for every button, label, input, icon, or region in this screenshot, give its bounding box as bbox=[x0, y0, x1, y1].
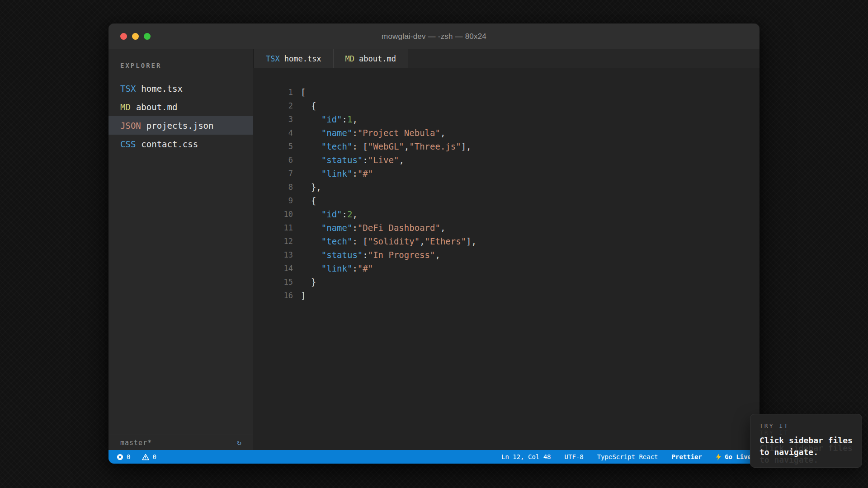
line-number: 9 bbox=[253, 194, 293, 207]
sidebar-footer: master* ↻ bbox=[108, 435, 253, 450]
problems-warnings[interactable]: 0 bbox=[142, 453, 156, 460]
file-list: TSXhome.tsxMDabout.mdJSONprojects.jsonCS… bbox=[108, 79, 253, 153]
tab-bar: TSXhome.tsxMDabout.md bbox=[253, 49, 760, 68]
editor-window: mowglai-dev — -zsh — 80x24 EXPLORER TSXh… bbox=[108, 23, 760, 464]
line-number: 14 bbox=[253, 262, 293, 275]
status-label: Go Live bbox=[725, 453, 751, 460]
try-it-tooltip: TRY IT Click sidebar files to navigate. bbox=[750, 414, 862, 468]
code-line: 1[ bbox=[253, 85, 760, 99]
error-count: 0 bbox=[127, 453, 130, 460]
status-bar-right: Ln 12, Col 48UTF-8TypeScript ReactPretti… bbox=[488, 453, 751, 460]
file-type-badge: MD bbox=[345, 54, 354, 63]
line-number: 15 bbox=[253, 275, 293, 289]
lightning-icon bbox=[716, 453, 722, 460]
code-line: 12 "tech": ["Solidity","Ethers"], bbox=[253, 235, 760, 248]
warning-triangle-icon bbox=[142, 454, 149, 460]
status-ln-12-col-48[interactable]: Ln 12, Col 48 bbox=[501, 453, 551, 460]
code-text: { bbox=[293, 99, 316, 113]
line-number: 11 bbox=[253, 221, 293, 235]
maximize-window-button[interactable] bbox=[144, 33, 151, 40]
sidebar-item-contact.css[interactable]: CSScontact.css bbox=[108, 135, 253, 153]
file-type-badge: TSX bbox=[266, 54, 280, 63]
code-line: 4 "name":"Project Nebula", bbox=[253, 126, 760, 140]
editor-pane: TSXhome.tsxMDabout.md 1[2 {3 "id":1,4 "n… bbox=[253, 49, 760, 450]
line-number: 12 bbox=[253, 235, 293, 248]
code-line: 6 "status":"Live", bbox=[253, 153, 760, 167]
code-text: [ bbox=[293, 85, 306, 99]
code-line: 11 "name":"DeFi Dashboard", bbox=[253, 221, 760, 235]
file-type-badge: TSX bbox=[120, 84, 136, 94]
file-type-badge: CSS bbox=[120, 139, 136, 149]
status-label: UTF-8 bbox=[565, 453, 584, 460]
line-number: 8 bbox=[253, 180, 293, 194]
code-line: 16] bbox=[253, 289, 760, 302]
file-type-badge: MD bbox=[120, 102, 131, 112]
code-text: "name":"Project Nebula", bbox=[293, 126, 445, 140]
traffic-lights bbox=[120, 23, 151, 49]
file-name: about.md bbox=[136, 102, 178, 112]
minimize-window-button[interactable] bbox=[132, 33, 139, 40]
status-prettier[interactable]: Prettier bbox=[672, 453, 702, 460]
code-text: "id":2, bbox=[293, 207, 358, 221]
code-line: 2 { bbox=[253, 99, 760, 113]
code-text: } bbox=[293, 275, 316, 289]
tooltip-text: Click sidebar files to navigate. bbox=[760, 435, 853, 458]
line-number: 13 bbox=[253, 248, 293, 262]
code-line: 15 } bbox=[253, 275, 760, 289]
code-editor[interactable]: 1[2 {3 "id":1,4 "name":"Project Nebula",… bbox=[253, 68, 760, 450]
problems-errors[interactable]: 0 bbox=[117, 453, 130, 460]
error-circle-icon bbox=[117, 454, 123, 460]
code-text: }, bbox=[293, 180, 321, 194]
window-title: mowglai-dev — -zsh — 80x24 bbox=[382, 32, 486, 41]
tooltip-kicker: TRY IT bbox=[760, 422, 853, 429]
line-number: 16 bbox=[253, 289, 293, 302]
sidebar-item-about.md[interactable]: MDabout.md bbox=[108, 98, 253, 116]
tab-label: about.md bbox=[359, 54, 396, 63]
code-text: "link":"#" bbox=[293, 167, 373, 180]
sidebar-item-home.tsx[interactable]: TSXhome.tsx bbox=[108, 79, 253, 98]
line-number: 1 bbox=[253, 85, 293, 99]
code-text: "status":"Live", bbox=[293, 153, 404, 167]
sidebar-item-projects.json[interactable]: JSONprojects.json bbox=[108, 116, 253, 135]
status-bar: 0 0 Ln 12, Col 48UTF-8TypeScript ReactPr… bbox=[108, 450, 760, 464]
status-label: Ln 12, Col 48 bbox=[501, 453, 551, 460]
status-go-live[interactable]: Go Live bbox=[716, 453, 751, 460]
code-text: "name":"DeFi Dashboard", bbox=[293, 221, 445, 235]
line-number: 6 bbox=[253, 153, 293, 167]
close-window-button[interactable] bbox=[120, 33, 127, 40]
code-line: 13 "status":"In Progress", bbox=[253, 248, 760, 262]
explorer-sidebar: EXPLORER TSXhome.tsxMDabout.mdJSONprojec… bbox=[108, 49, 253, 450]
file-type-badge: JSON bbox=[120, 121, 141, 131]
code-line: 5 "tech": ["WebGL","Three.js"], bbox=[253, 140, 760, 153]
status-label: TypeScript React bbox=[597, 453, 658, 460]
line-number: 3 bbox=[253, 113, 293, 126]
git-branch-label: master* bbox=[120, 439, 152, 447]
line-number: 2 bbox=[253, 99, 293, 113]
code-line: 3 "id":1, bbox=[253, 113, 760, 126]
line-number: 7 bbox=[253, 167, 293, 180]
window-body: EXPLORER TSXhome.tsxMDabout.mdJSONprojec… bbox=[108, 49, 760, 450]
code-line: 14 "link":"#" bbox=[253, 262, 760, 275]
tab-about.md[interactable]: MDabout.md bbox=[334, 49, 408, 68]
code-text: { bbox=[293, 194, 316, 207]
line-number: 5 bbox=[253, 140, 293, 153]
code-line: 10 "id":2, bbox=[253, 207, 760, 221]
code-text: "link":"#" bbox=[293, 262, 373, 275]
line-number: 4 bbox=[253, 126, 293, 140]
status-bar-left: 0 0 bbox=[117, 453, 168, 460]
code-text: "status":"In Progress", bbox=[293, 248, 440, 262]
line-number: 10 bbox=[253, 207, 293, 221]
status-label: Prettier bbox=[672, 453, 702, 460]
tab-home.tsx[interactable]: TSXhome.tsx bbox=[254, 49, 334, 68]
tab-label: home.tsx bbox=[284, 54, 321, 63]
warning-count: 0 bbox=[152, 453, 156, 460]
file-name: contact.css bbox=[141, 139, 198, 149]
file-name: home.tsx bbox=[141, 84, 183, 94]
status-utf-8[interactable]: UTF-8 bbox=[565, 453, 584, 460]
status-typescript-react[interactable]: TypeScript React bbox=[597, 453, 658, 460]
refresh-icon[interactable]: ↻ bbox=[237, 439, 241, 446]
code-line: 7 "link":"#" bbox=[253, 167, 760, 180]
file-name: projects.json bbox=[146, 121, 214, 131]
code-line: 9 { bbox=[253, 194, 760, 207]
code-text: ] bbox=[293, 289, 306, 302]
